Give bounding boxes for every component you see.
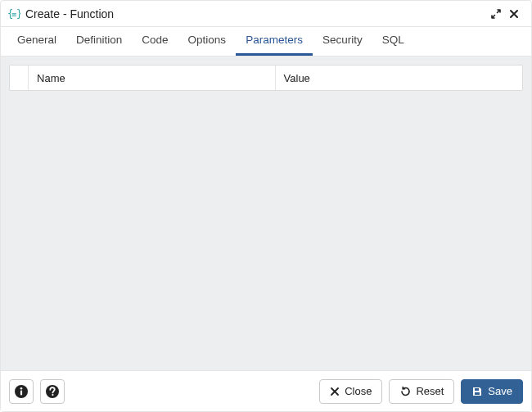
button-label: Close <box>345 385 372 397</box>
create-function-dialog: { ≡ } Create - Function General Definiti… <box>0 0 532 412</box>
function-icon: { ≡ } <box>7 7 20 20</box>
tab-parameters[interactable]: Parameters <box>236 26 313 56</box>
dialog-body: Name Value <box>1 57 531 370</box>
dialog-footer: Close Reset Save <box>1 370 531 411</box>
tab-label: SQL <box>382 34 404 46</box>
column-label: Value <box>284 72 310 84</box>
button-label: Reset <box>416 385 444 397</box>
tab-label: Parameters <box>246 34 303 46</box>
grid-row-selector-header[interactable] <box>10 66 29 90</box>
close-button[interactable]: Close <box>319 379 382 404</box>
svg-point-7 <box>52 394 53 396</box>
save-button[interactable]: Save <box>461 379 523 404</box>
grid-header: Name Value <box>10 66 522 90</box>
reset-icon <box>399 386 411 397</box>
help-button[interactable] <box>40 379 65 404</box>
grid-col-value[interactable]: Value <box>276 66 522 90</box>
grid-col-name[interactable]: Name <box>29 66 275 90</box>
close-icon-button[interactable] <box>505 5 523 23</box>
tab-label: General <box>17 34 56 46</box>
tab-security[interactable]: Security <box>313 26 372 56</box>
close-icon <box>330 387 340 396</box>
info-icon <box>14 384 29 399</box>
dialog-title: Create - Function <box>25 7 114 20</box>
parameters-grid: Name Value <box>9 65 523 91</box>
expand-button[interactable] <box>487 5 505 23</box>
tab-definition[interactable]: Definition <box>66 26 132 56</box>
tab-sql[interactable]: SQL <box>372 26 414 56</box>
tab-label: Code <box>142 34 168 46</box>
tab-code[interactable]: Code <box>132 26 178 56</box>
save-icon <box>471 386 483 397</box>
titlebar: { ≡ } Create - Function <box>1 1 531 27</box>
svg-text:}: } <box>16 8 20 20</box>
help-icon <box>45 384 60 399</box>
info-button[interactable] <box>9 379 34 404</box>
tab-label: Security <box>322 34 363 46</box>
tab-general[interactable]: General <box>7 26 66 56</box>
svg-point-4 <box>20 387 23 389</box>
tab-bar: General Definition Code Options Paramete… <box>1 27 531 57</box>
tab-label: Definition <box>76 34 122 46</box>
column-label: Name <box>37 72 65 84</box>
reset-button[interactable]: Reset <box>389 379 454 404</box>
svg-rect-5 <box>20 390 22 395</box>
tab-label: Options <box>188 34 227 46</box>
button-label: Save <box>488 385 512 397</box>
tab-options[interactable]: Options <box>178 26 237 56</box>
